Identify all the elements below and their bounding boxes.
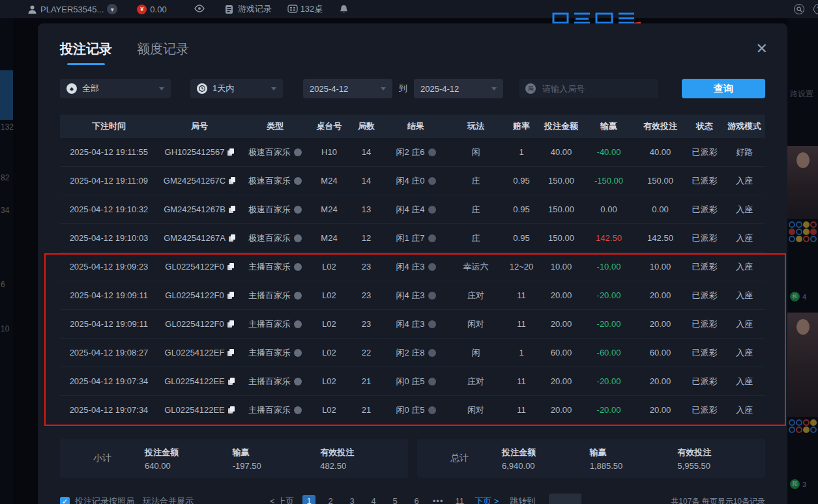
result-info-icon[interactable] xyxy=(428,406,436,414)
next-page-button[interactable]: 下页 > xyxy=(475,496,499,504)
help-icon[interactable]: ? xyxy=(813,4,818,14)
bet-time: 2025-04-12 19:09:23 xyxy=(60,253,158,281)
result-info-icon[interactable] xyxy=(428,177,436,185)
result-cell: 闲1 庄7 xyxy=(383,224,448,253)
copy-icon[interactable] xyxy=(227,148,234,156)
page-button[interactable]: 5 xyxy=(388,495,402,504)
document-icon xyxy=(225,5,235,14)
result-info-icon[interactable] xyxy=(428,263,436,271)
caret-down-icon xyxy=(159,87,164,91)
time-range-select[interactable]: 1天内 xyxy=(190,79,283,98)
page-button[interactable]: 4 xyxy=(367,495,380,504)
result-value: 闲2 庄6 xyxy=(396,147,424,158)
info-icon[interactable] xyxy=(294,378,302,385)
player-menu[interactable]: PLAYER53545... ▾ xyxy=(27,4,117,14)
jump-label: 跳转到 xyxy=(510,496,535,504)
round-number: 21 xyxy=(349,367,383,396)
chevron-down-icon[interactable]: ▾ xyxy=(107,4,117,14)
info-icon[interactable] xyxy=(294,234,302,242)
page-button[interactable]: 1 xyxy=(302,495,315,504)
table-row[interactable]: 2025-04-12 19:09:11 GL02254122F0 主播百家乐 L… xyxy=(60,281,765,310)
copy-icon[interactable] xyxy=(229,177,235,184)
page-button[interactable]: 2 xyxy=(324,495,337,504)
search-icon[interactable] xyxy=(794,4,804,14)
info-icon[interactable] xyxy=(294,349,302,357)
table-row[interactable]: 2025-04-12 19:07:34 GL02254122EE 主播百家乐 L… xyxy=(60,367,765,396)
info-icon[interactable] xyxy=(294,177,302,185)
result-info-icon[interactable] xyxy=(428,320,436,328)
subtotal-label: 小计 xyxy=(60,453,145,464)
copy-icon[interactable] xyxy=(227,349,234,356)
caret-down-icon xyxy=(381,87,386,91)
bet-amount: 20.00 xyxy=(540,310,583,339)
copy-icon[interactable] xyxy=(229,206,235,213)
page-button[interactable]: 11 xyxy=(453,495,466,504)
query-button[interactable]: 查询 xyxy=(682,79,765,98)
category-select[interactable]: ♠ 全部 xyxy=(60,79,171,98)
result-info-icon[interactable] xyxy=(428,292,436,300)
close-icon[interactable]: ✕ xyxy=(756,42,768,56)
table-row[interactable]: 2025-04-12 19:11:09 GM242541267C 极速百家乐 M… xyxy=(60,167,765,195)
info-icon[interactable] xyxy=(294,320,302,328)
tables-link[interactable]: 132桌 xyxy=(287,3,323,15)
table-number: H10 xyxy=(309,138,349,167)
game-number: GL02254122F0 xyxy=(165,319,224,329)
game-type: 主播百家乐 xyxy=(248,290,291,301)
subtotal-bet-value: 640.00 xyxy=(145,461,233,471)
table-row[interactable]: 2025-04-12 19:07:34 GL02254122EE 主播百家乐 L… xyxy=(60,396,765,425)
status-value: 已派彩 xyxy=(686,224,723,253)
table-row[interactable]: 2025-04-12 19:10:32 GM242541267B 极速百家乐 M… xyxy=(60,195,765,224)
notifications-button[interactable] xyxy=(340,5,349,14)
merge-checkbox-label: 投注记录按照局、玩法合并展示 xyxy=(75,496,194,504)
valid-bet: 60.00 xyxy=(635,339,686,367)
date-to-picker[interactable]: 2025-4-12 xyxy=(414,79,503,98)
info-icon[interactable] xyxy=(294,148,302,156)
result-info-icon[interactable] xyxy=(428,148,436,156)
table-header-row: 下注时间局号类型桌台号局数结果玩法赔率投注金额输赢有效投注状态游戏模式 xyxy=(60,115,765,138)
info-icon[interactable] xyxy=(294,292,302,300)
page-button[interactable]: 3 xyxy=(345,495,358,504)
toggle-balance-visibility[interactable] xyxy=(194,5,204,14)
copy-icon[interactable] xyxy=(227,320,234,328)
table-row[interactable]: 2025-04-12 19:08:27 GL02254122EF 主播百家乐 L… xyxy=(60,339,765,367)
prev-page-button[interactable]: < 上页 xyxy=(270,496,294,504)
tab-bet-records[interactable]: 投注记录 xyxy=(60,40,112,65)
info-icon[interactable] xyxy=(294,263,302,271)
copy-icon[interactable] xyxy=(228,378,235,385)
column-header: 类型 xyxy=(241,115,309,138)
merge-checkbox[interactable]: ✓ xyxy=(60,497,70,504)
table-row[interactable]: 2025-04-12 19:11:55 GH1025412567 极速百家乐 H… xyxy=(60,138,765,167)
result-info-icon[interactable] xyxy=(428,378,436,385)
table-row[interactable]: 2025-04-12 19:09:23 GL02254122F0 主播百家乐 L… xyxy=(60,253,765,281)
spade-icon: ♠ xyxy=(66,83,77,94)
copy-icon[interactable] xyxy=(227,292,234,299)
table-row[interactable]: 2025-04-12 19:09:11 GL02254122F0 主播百家乐 L… xyxy=(60,310,765,339)
round-search-field[interactable]: 局 xyxy=(519,79,658,98)
result-info-icon[interactable] xyxy=(428,206,436,214)
odds-value: 1 xyxy=(503,339,540,367)
info-icon[interactable] xyxy=(294,206,302,214)
result-info-icon[interactable] xyxy=(428,349,436,357)
table-row[interactable]: 2025-04-12 19:10:03 GM242541267A 极速百家乐 M… xyxy=(60,224,765,253)
round-search-input[interactable] xyxy=(541,83,641,94)
valid-bet: 20.00 xyxy=(635,281,686,310)
jump-page-input[interactable] xyxy=(549,494,581,504)
game-type: 主播百家乐 xyxy=(248,347,291,359)
date-from-picker[interactable]: 2025-4-12 xyxy=(303,79,392,98)
page-button[interactable]: 6 xyxy=(410,495,423,504)
result-value: 闲4 庄3 xyxy=(396,290,424,301)
game-number: GL02254122EE xyxy=(164,405,225,415)
play-type: 庄对 xyxy=(448,367,503,396)
info-icon[interactable] xyxy=(294,406,302,414)
balance-display[interactable]: ¥ 0.00 xyxy=(137,5,166,14)
game-record-link[interactable]: 游戏记录 xyxy=(225,3,272,15)
round-number: 14 xyxy=(349,167,383,195)
copy-icon[interactable] xyxy=(228,406,235,413)
tab-quota-records[interactable]: 额度记录 xyxy=(137,40,189,65)
copy-icon[interactable] xyxy=(227,263,234,270)
round-number: 22 xyxy=(349,339,383,367)
copy-icon[interactable] xyxy=(229,234,235,242)
column-header: 投注金额 xyxy=(540,115,583,138)
result-cell: 闲2 庄8 xyxy=(383,339,448,367)
result-info-icon[interactable] xyxy=(428,234,436,242)
